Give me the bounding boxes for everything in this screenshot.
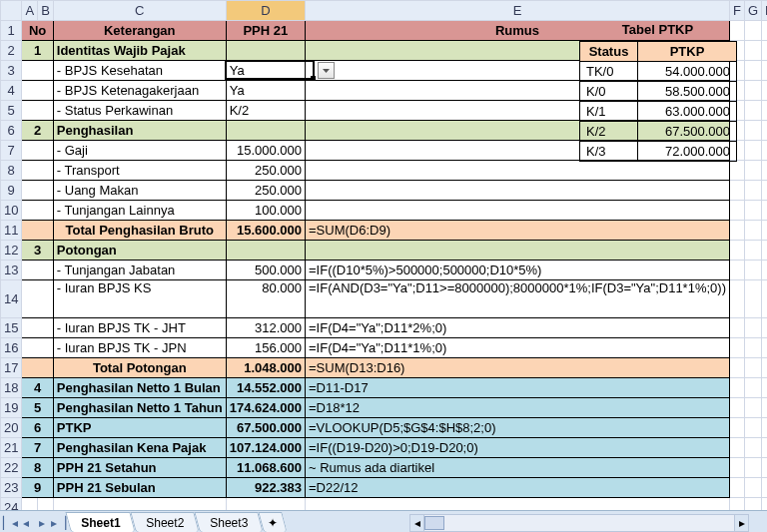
row-header-14[interactable]: 14 (1, 280, 22, 318)
cell-d8[interactable]: 250.000 (226, 161, 305, 181)
cell-e17[interactable]: =SUM(D13:D16) (306, 358, 730, 378)
cell-d13[interactable]: 500.000 (226, 261, 305, 280)
cell-c14[interactable]: - Iuran BPJS KS (53, 280, 226, 318)
cell-d22[interactable]: 11.068.600 (226, 458, 305, 478)
cell-c16[interactable]: - Iuran BPJS TK - JPN (53, 338, 226, 358)
cell-d11[interactable]: 15.600.000 (226, 221, 305, 241)
dropdown-button[interactable] (318, 62, 335, 79)
tab-nav-last[interactable]: ▸▕ (50, 514, 66, 532)
row-header-12[interactable]: 12 (1, 241, 22, 261)
cell-c20[interactable]: PTKP (53, 418, 226, 438)
select-all-corner[interactable] (1, 1, 22, 21)
cell-d7[interactable]: 15.000.000 (226, 141, 305, 161)
tab-nav-first[interactable]: ▏◂ (2, 514, 18, 532)
ptkp-cell[interactable]: K/3 (580, 142, 638, 162)
cell-c5[interactable]: - Status Perkawinan (53, 101, 226, 121)
row-header-3[interactable]: 3 (1, 61, 22, 81)
cell-c6[interactable]: Penghasilan (53, 121, 226, 141)
cell-e18[interactable]: =D11-D17 (306, 378, 730, 398)
ptkp-cell[interactable]: TK/0 (580, 62, 638, 82)
cell-d18[interactable]: 14.552.000 (226, 378, 305, 398)
cell-e21[interactable]: =IF((D19-D20)>0;D19-D20;0) (306, 438, 730, 458)
row-header-13[interactable]: 13 (1, 261, 22, 280)
ptkp-cell[interactable]: 63.000.000 (638, 102, 737, 122)
cell-a19[interactable]: 5 (22, 398, 53, 418)
ptkp-cell[interactable]: 58.500.000 (638, 82, 737, 102)
row-header-22[interactable]: 22 (1, 458, 22, 478)
cell-a2[interactable]: 1 (22, 41, 53, 61)
row-header-16[interactable]: 16 (1, 338, 22, 358)
cell-e13[interactable]: =IF((D10*5%)>500000;500000;D10*5%) (306, 261, 730, 280)
cell-e19[interactable]: =D18*12 (306, 398, 730, 418)
cell-e15[interactable]: =IF(D4="Ya";D11*2%;0) (306, 318, 730, 338)
cell-d19[interactable]: 174.624.000 (226, 398, 305, 418)
cell-d23[interactable]: 922.383 (226, 478, 305, 498)
cell-a23[interactable]: 9 (22, 478, 53, 498)
cell-d21[interactable]: 107.124.000 (226, 438, 305, 458)
col-header-b[interactable]: B (38, 1, 54, 21)
cell-e16[interactable]: =IF(D4="Ya";D11*1%;0) (306, 338, 730, 358)
cell-c19[interactable]: Penghasilan Netto 1 Tahun (53, 398, 226, 418)
cell-d20[interactable]: 67.500.000 (226, 418, 305, 438)
cell-a18[interactable]: 4 (22, 378, 53, 398)
cell-c15[interactable]: - Iuran BPJS TK - JHT (53, 318, 226, 338)
cell-c4[interactable]: - BPJS Ketenagakerjaan (53, 81, 226, 101)
cell-e22[interactable]: ~ Rumus ada diartikel (306, 458, 730, 478)
col-header-g[interactable]: G (744, 1, 761, 21)
row-header-7[interactable]: 7 (1, 141, 22, 161)
cell-d10[interactable]: 100.000 (226, 201, 305, 221)
col-header-d[interactable]: D (226, 1, 305, 21)
ptkp-cell[interactable]: K/1 (580, 102, 638, 122)
cell-e14[interactable]: =IF(AND(D3="Ya";D11>=8000000);8000000*1%… (306, 280, 730, 318)
ptkp-cell[interactable]: K/0 (580, 82, 638, 102)
row-header-11[interactable]: 11 (1, 221, 22, 241)
cell-d2[interactable] (226, 41, 305, 61)
cell-d15[interactable]: 312.000 (226, 318, 305, 338)
row-header-18[interactable]: 18 (1, 378, 22, 398)
cell-c17[interactable]: Total Potongan (53, 358, 226, 378)
col-header-e[interactable]: E (306, 1, 730, 21)
cell-e23[interactable]: =D22/12 (306, 478, 730, 498)
cell-header-no[interactable]: No (22, 21, 53, 41)
ptkp-cell[interactable]: 54.000.000 (638, 62, 737, 82)
row-header-5[interactable]: 5 (1, 101, 22, 121)
ptkp-table[interactable]: StatusPTKP TK/054.000.000 K/058.500.000 … (579, 41, 737, 162)
row-header-2[interactable]: 2 (1, 41, 22, 61)
ptkp-cell[interactable]: 72.000.000 (638, 142, 737, 162)
cell-c3[interactable]: - BPJS Kesehatan (53, 61, 226, 81)
cell-c2[interactable]: Identitas Wajib Pajak (53, 41, 226, 61)
cell-a6[interactable]: 2 (22, 121, 53, 141)
cell-c13[interactable]: - Tunjangan Jabatan (53, 261, 226, 280)
ptkp-cell[interactable]: 67.500.000 (638, 122, 737, 142)
row-header-17[interactable]: 17 (1, 358, 22, 378)
row-header-15[interactable]: 15 (1, 318, 22, 338)
cell-d4[interactable]: Ya (226, 81, 305, 101)
row-header-10[interactable]: 10 (1, 201, 22, 221)
cell-header-ket[interactable]: Keterangan (53, 21, 226, 41)
cell-c7[interactable]: - Gaji (53, 141, 226, 161)
cell-c18[interactable]: Penghasilan Netto 1 Bulan (53, 378, 226, 398)
scroll-right-button[interactable]: ▸ (734, 515, 748, 531)
row-header-6[interactable]: 6 (1, 121, 22, 141)
cell-d16[interactable]: 156.000 (226, 338, 305, 358)
row-header-19[interactable]: 19 (1, 398, 22, 418)
ptkp-cell[interactable]: K/2 (580, 122, 638, 142)
col-header-h[interactable]: H (762, 1, 767, 21)
row-header-21[interactable]: 21 (1, 438, 22, 458)
scroll-left-button[interactable]: ◂ (410, 515, 424, 531)
col-header-a[interactable]: A (22, 1, 38, 21)
cell-d17[interactable]: 1.048.000 (226, 358, 305, 378)
cell-a20[interactable]: 6 (22, 418, 53, 438)
row-header-9[interactable]: 9 (1, 181, 22, 201)
cell-d9[interactable]: 250.000 (226, 181, 305, 201)
cell-c8[interactable]: - Transport (53, 161, 226, 181)
cell-a21[interactable]: 7 (22, 438, 53, 458)
row-header-20[interactable]: 20 (1, 418, 22, 438)
cell-c9[interactable]: - Uang Makan (53, 181, 226, 201)
cell-c23[interactable]: PPH 21 Sebulan (53, 478, 226, 498)
cell-c12[interactable]: Potongan (53, 241, 226, 261)
cell-c21[interactable]: Penghasilan Kena Pajak (53, 438, 226, 458)
row-header-8[interactable]: 8 (1, 161, 22, 181)
col-header-f[interactable]: F (729, 1, 744, 21)
cell-a12[interactable]: 3 (22, 241, 53, 261)
